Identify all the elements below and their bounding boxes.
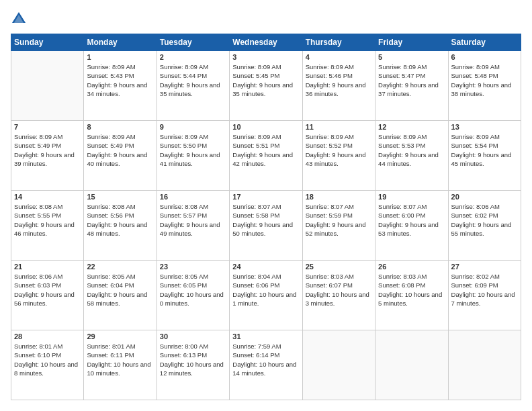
daylight-text: Daylight: 9 hours and 35 minutes.: [232, 81, 299, 99]
daylight-text: Daylight: 10 hours and 3 minutes.: [306, 290, 372, 308]
day-info: Sunrise: 8:00 AMSunset: 6:13 PMDaylight:…: [160, 342, 226, 377]
sunset-text: Sunset: 6:11 PM: [87, 351, 153, 359]
daylight-text: Daylight: 9 hours and 43 minutes.: [306, 150, 372, 169]
calendar-cell: 22Sunrise: 8:05 AMSunset: 6:04 PMDayligh…: [84, 261, 157, 330]
day-number: 27: [451, 263, 518, 271]
day-number: 6: [451, 53, 518, 61]
day-number: 22: [87, 263, 153, 271]
day-info: Sunrise: 8:06 AMSunset: 6:02 PMDaylight:…: [451, 202, 518, 238]
calendar-cell: 12Sunrise: 8:09 AMSunset: 5:53 PMDayligh…: [375, 121, 448, 191]
calendar-cell: [375, 330, 448, 400]
sunset-text: Sunset: 5:55 PM: [14, 211, 81, 220]
calendar-cell: 13Sunrise: 8:09 AMSunset: 5:54 PMDayligh…: [448, 121, 521, 191]
sunset-text: Sunset: 6:04 PM: [87, 281, 153, 289]
sunset-text: Sunset: 6:00 PM: [378, 211, 445, 220]
sunset-text: Sunset: 6:06 PM: [232, 281, 299, 289]
sunset-text: Sunset: 5:52 PM: [306, 141, 372, 150]
calendar-cell: 23Sunrise: 8:05 AMSunset: 6:05 PMDayligh…: [157, 261, 229, 330]
sunset-text: Sunset: 6:02 PM: [451, 211, 518, 220]
day-number: 21: [14, 263, 81, 271]
sunset-text: Sunset: 6:13 PM: [160, 351, 226, 359]
day-info: Sunrise: 8:06 AMSunset: 6:03 PMDaylight:…: [14, 272, 81, 308]
sunrise-text: Sunrise: 8:05 AM: [160, 272, 226, 281]
daylight-text: Daylight: 10 hours and 1 minute.: [232, 290, 299, 308]
calendar-cell: 29Sunrise: 8:01 AMSunset: 6:11 PMDayligh…: [84, 330, 157, 400]
daylight-text: Daylight: 10 hours and 0 minutes.: [160, 290, 226, 308]
day-number: 30: [160, 332, 226, 340]
day-number: 31: [232, 332, 299, 340]
daylight-text: Daylight: 9 hours and 40 minutes.: [87, 150, 153, 169]
day-number: 19: [378, 193, 445, 201]
daylight-text: Daylight: 9 hours and 42 minutes.: [232, 150, 299, 169]
daylight-text: Daylight: 10 hours and 7 minutes.: [451, 290, 518, 308]
sunrise-text: Sunrise: 8:08 AM: [160, 202, 226, 211]
day-number: 12: [378, 123, 445, 131]
calendar-cell: 9Sunrise: 8:09 AMSunset: 5:50 PMDaylight…: [157, 121, 229, 191]
day-info: Sunrise: 8:09 AMSunset: 5:45 PMDaylight:…: [232, 62, 299, 98]
day-info: Sunrise: 8:09 AMSunset: 5:50 PMDaylight:…: [160, 132, 226, 168]
day-info: Sunrise: 8:02 AMSunset: 6:09 PMDaylight:…: [451, 272, 518, 308]
day-info: Sunrise: 8:03 AMSunset: 6:08 PMDaylight:…: [378, 272, 445, 308]
sunrise-text: Sunrise: 8:09 AM: [232, 62, 299, 71]
day-info: Sunrise: 8:08 AMSunset: 5:57 PMDaylight:…: [160, 202, 226, 238]
day-number: 9: [160, 123, 226, 131]
calendar-cell: 5Sunrise: 8:09 AMSunset: 5:47 PMDaylight…: [375, 51, 448, 121]
sunrise-text: Sunrise: 8:09 AM: [160, 62, 226, 71]
day-number: 25: [306, 263, 372, 271]
day-number: 29: [87, 332, 153, 340]
calendar-cell: 20Sunrise: 8:06 AMSunset: 6:02 PMDayligh…: [448, 191, 521, 261]
sunset-text: Sunset: 5:53 PM: [378, 141, 445, 150]
calendar-cell: 11Sunrise: 8:09 AMSunset: 5:52 PMDayligh…: [302, 121, 375, 191]
daylight-text: Daylight: 10 hours and 8 minutes.: [14, 360, 81, 378]
sunrise-text: Sunrise: 8:05 AM: [87, 272, 153, 281]
calendar-header-monday: Monday: [84, 34, 157, 51]
sunset-text: Sunset: 6:03 PM: [14, 281, 81, 289]
day-number: 14: [14, 193, 81, 201]
daylight-text: Daylight: 9 hours and 55 minutes.: [451, 220, 518, 238]
daylight-text: Daylight: 10 hours and 14 minutes.: [232, 360, 299, 378]
day-number: 16: [160, 193, 226, 201]
daylight-text: Daylight: 9 hours and 38 minutes.: [451, 81, 518, 99]
day-info: Sunrise: 8:04 AMSunset: 6:06 PMDaylight:…: [232, 272, 299, 308]
calendar-cell: 19Sunrise: 8:07 AMSunset: 6:00 PMDayligh…: [375, 191, 448, 261]
sunrise-text: Sunrise: 8:09 AM: [14, 132, 81, 141]
calendar-cell: 28Sunrise: 8:01 AMSunset: 6:10 PMDayligh…: [11, 330, 84, 400]
calendar-cell: 17Sunrise: 8:07 AMSunset: 5:58 PMDayligh…: [230, 191, 302, 261]
day-info: Sunrise: 8:05 AMSunset: 6:05 PMDaylight:…: [160, 272, 226, 308]
sunrise-text: Sunrise: 8:03 AM: [306, 272, 372, 281]
daylight-text: Daylight: 9 hours and 41 minutes.: [160, 150, 226, 169]
sunset-text: Sunset: 5:46 PM: [306, 71, 372, 80]
sunrise-text: Sunrise: 8:09 AM: [451, 62, 518, 71]
day-info: Sunrise: 8:09 AMSunset: 5:47 PMDaylight:…: [378, 62, 445, 98]
logo-icon: [11, 11, 27, 27]
calendar-header-tuesday: Tuesday: [157, 34, 229, 51]
sunrise-text: Sunrise: 8:09 AM: [87, 62, 153, 71]
day-info: Sunrise: 8:08 AMSunset: 5:55 PMDaylight:…: [14, 202, 81, 238]
sunrise-text: Sunrise: 8:09 AM: [378, 62, 445, 71]
calendar-week-row: 7Sunrise: 8:09 AMSunset: 5:49 PMDaylight…: [11, 121, 521, 191]
calendar-cell: 30Sunrise: 8:00 AMSunset: 6:13 PMDayligh…: [157, 330, 229, 400]
sunset-text: Sunset: 5:44 PM: [160, 71, 226, 80]
calendar-cell: 27Sunrise: 8:02 AMSunset: 6:09 PMDayligh…: [448, 261, 521, 330]
daylight-text: Daylight: 9 hours and 48 minutes.: [87, 220, 153, 238]
calendar-cell: 15Sunrise: 8:08 AMSunset: 5:56 PMDayligh…: [84, 191, 157, 261]
day-info: Sunrise: 8:08 AMSunset: 5:56 PMDaylight:…: [87, 202, 153, 238]
calendar-week-row: 14Sunrise: 8:08 AMSunset: 5:55 PMDayligh…: [11, 191, 521, 261]
sunrise-text: Sunrise: 8:06 AM: [451, 202, 518, 211]
daylight-text: Daylight: 9 hours and 44 minutes.: [378, 150, 445, 169]
sunset-text: Sunset: 5:51 PM: [232, 141, 299, 150]
header: [11, 11, 521, 27]
daylight-text: Daylight: 10 hours and 12 minutes.: [160, 360, 226, 378]
sunset-text: Sunset: 5:56 PM: [87, 211, 153, 220]
sunrise-text: Sunrise: 8:03 AM: [378, 272, 445, 281]
calendar-cell: 3Sunrise: 8:09 AMSunset: 5:45 PMDaylight…: [230, 51, 302, 121]
calendar-cell: 4Sunrise: 8:09 AMSunset: 5:46 PMDaylight…: [302, 51, 375, 121]
day-info: Sunrise: 8:09 AMSunset: 5:43 PMDaylight:…: [87, 62, 153, 98]
day-number: 7: [14, 123, 81, 131]
sunset-text: Sunset: 5:49 PM: [87, 141, 153, 150]
calendar-cell: [11, 51, 84, 121]
sunrise-text: Sunrise: 8:04 AM: [232, 272, 299, 281]
sunrise-text: Sunrise: 8:00 AM: [160, 342, 226, 351]
daylight-text: Daylight: 9 hours and 50 minutes.: [232, 220, 299, 238]
sunset-text: Sunset: 5:59 PM: [306, 211, 372, 220]
